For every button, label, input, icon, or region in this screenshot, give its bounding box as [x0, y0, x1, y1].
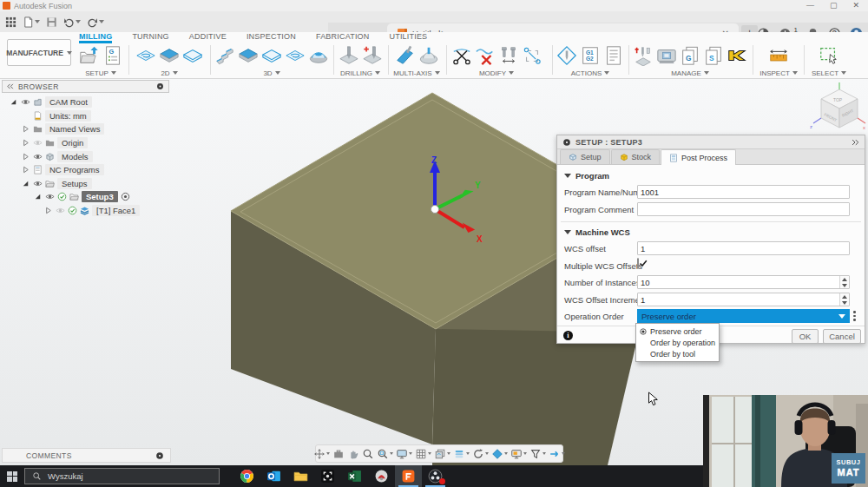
template-library-button[interactable] — [703, 44, 725, 67]
dialog-grip-icon[interactable] — [562, 138, 571, 147]
drill-button[interactable] — [338, 44, 359, 67]
collapsed-icon[interactable] — [43, 206, 53, 215]
section-machine-wcs[interactable]: Machine WCS — [564, 227, 630, 237]
simulate-button[interactable] — [556, 44, 578, 67]
browser-panel-header[interactable]: BROWSER — [2, 80, 169, 93]
group-dropdown-manage[interactable]: MANAGE — [631, 69, 749, 77]
new-nc-program-button[interactable] — [102, 44, 123, 67]
measure-button[interactable] — [768, 44, 790, 67]
tab-turning[interactable]: TURNING — [132, 32, 168, 43]
cancel-button[interactable]: Cancel — [823, 329, 861, 344]
collapsed-icon[interactable] — [21, 165, 30, 174]
menu-option-order-by-operation[interactable]: Order by operation — [636, 337, 719, 348]
tab-post-process[interactable]: Post Process — [661, 149, 736, 165]
visibility-filter-button[interactable] — [529, 448, 547, 460]
zoom-button[interactable] — [361, 448, 375, 460]
machine-library-button[interactable] — [656, 44, 678, 67]
browser-item-nc-programs[interactable]: NC Programs — [2, 163, 193, 177]
browser-item-named-views[interactable]: Named Views — [2, 122, 193, 136]
browser-item-models[interactable]: Models — [2, 149, 193, 163]
info-icon[interactable]: i — [563, 331, 573, 340]
3d-parallel-button[interactable] — [285, 44, 306, 67]
group-dropdown-setup[interactable]: SETUP — [76, 69, 125, 77]
taskbar-obs-icon[interactable] — [422, 465, 449, 487]
pan-button[interactable] — [346, 448, 360, 460]
display-settings-button[interactable] — [395, 448, 413, 460]
setup-sheet-button[interactable] — [603, 44, 625, 67]
group-dropdown-drilling[interactable]: DRILLING — [336, 69, 385, 77]
taskbar-outlook-icon[interactable] — [260, 465, 287, 487]
passes-display-button[interactable] — [452, 448, 470, 460]
redo-button[interactable] — [87, 16, 104, 28]
3d-adaptive-button[interactable] — [214, 44, 236, 67]
post-process-button[interactable] — [580, 44, 602, 67]
orbit-button[interactable] — [312, 448, 331, 460]
comments-panel[interactable]: COMMENTS — [2, 448, 171, 463]
transform-toolpath-button[interactable] — [521, 44, 542, 67]
visibility-eye-icon[interactable] — [33, 152, 43, 161]
swarf-button[interactable] — [394, 44, 416, 67]
zoom-window-button[interactable] — [376, 448, 394, 460]
app-grid-button[interactable] — [5, 16, 16, 28]
visibility-eye-off-icon[interactable] — [56, 206, 65, 215]
group-dropdown-select[interactable]: SELECT — [806, 69, 852, 77]
refresh-button[interactable] — [471, 448, 490, 460]
tab-fabrication[interactable]: FABRICATION — [316, 32, 370, 43]
maximize-button[interactable]: ▢ — [830, 0, 838, 11]
group-dropdown-3d[interactable]: 3D — [214, 69, 330, 77]
active-target-icon[interactable] — [121, 192, 130, 201]
taskbar-explorer-icon[interactable] — [287, 465, 314, 487]
collapsed-icon[interactable] — [21, 124, 30, 134]
visibility-eye-icon[interactable] — [33, 179, 43, 188]
collapsed-icon[interactable] — [21, 138, 30, 148]
3d-pocket-button[interactable] — [238, 44, 260, 67]
post-library-button[interactable] — [680, 44, 701, 67]
expanded-icon[interactable] — [9, 97, 18, 107]
multiple-wcs-checkbox[interactable] — [637, 258, 639, 269]
select-button[interactable] — [819, 44, 840, 67]
expanded-icon[interactable] — [21, 179, 30, 188]
group-dropdown-multiaxis[interactable]: MULTI-AXIS — [391, 69, 443, 77]
increment-stepper[interactable] — [839, 293, 849, 306]
group-dropdown-2d[interactable]: 2D — [132, 69, 207, 77]
browser-item-face1[interactable]: [T1] Face1 — [2, 204, 193, 218]
tab-milling[interactable]: MILLING — [79, 32, 112, 43]
fit-button[interactable] — [332, 448, 345, 460]
tab-stock[interactable]: Stock — [611, 149, 661, 164]
wcs-offset-input[interactable] — [637, 241, 850, 255]
operation-order-select[interactable]: Preserve order — [637, 309, 850, 323]
vendor-k-button[interactable] — [727, 44, 748, 67]
browser-item-cam-root[interactable]: CAM Root — [2, 95, 193, 109]
collapsed-icon[interactable] — [21, 152, 30, 161]
taskbar-viewer-icon[interactable] — [368, 465, 395, 487]
tab-additive[interactable]: ADDITIVE — [189, 32, 227, 43]
taskbar-chrome-icon[interactable] — [233, 465, 260, 487]
section-program[interactable]: Program — [564, 171, 609, 181]
browser-item-setups[interactable]: Setups — [2, 177, 193, 191]
toolpath-arrow-button[interactable] — [548, 448, 566, 460]
visibility-eye-icon[interactable] — [45, 192, 55, 201]
program-name-input[interactable] — [637, 185, 850, 199]
new-setup-button[interactable] — [78, 44, 100, 67]
expanded-icon[interactable] — [33, 192, 43, 201]
browser-item-setup3[interactable]: Setup3 — [2, 190, 193, 204]
trim-toolpath-button[interactable] — [450, 44, 472, 67]
view-cube[interactable]: TOP FRONT RIGHT z x — [807, 82, 868, 136]
instances-input[interactable] — [637, 275, 850, 289]
menu-option-order-by-tool[interactable]: Order by tool — [636, 348, 719, 359]
undo-button[interactable] — [63, 16, 81, 28]
tool-library-button[interactable] — [633, 44, 654, 67]
panel-options-icon[interactable] — [156, 82, 164, 90]
taskbar-excel-icon[interactable] — [341, 465, 368, 487]
minimize-button[interactable]: — — [806, 0, 814, 11]
browser-item-units[interactable]: Units: mm — [2, 109, 193, 123]
rotary-button[interactable] — [418, 44, 439, 67]
tab-utilities[interactable]: UTILITIES — [389, 32, 427, 43]
tab-inspection[interactable]: INSPECTION — [247, 32, 296, 43]
taskbar-fusion-icon[interactable] — [395, 465, 422, 487]
tab-setup[interactable]: Setup — [560, 149, 610, 164]
close-button[interactable]: ✕ — [852, 0, 859, 11]
2d-adaptive-button[interactable] — [135, 44, 157, 67]
2d-contour-button[interactable] — [182, 44, 204, 67]
taskbar-capture-icon[interactable] — [314, 465, 341, 487]
